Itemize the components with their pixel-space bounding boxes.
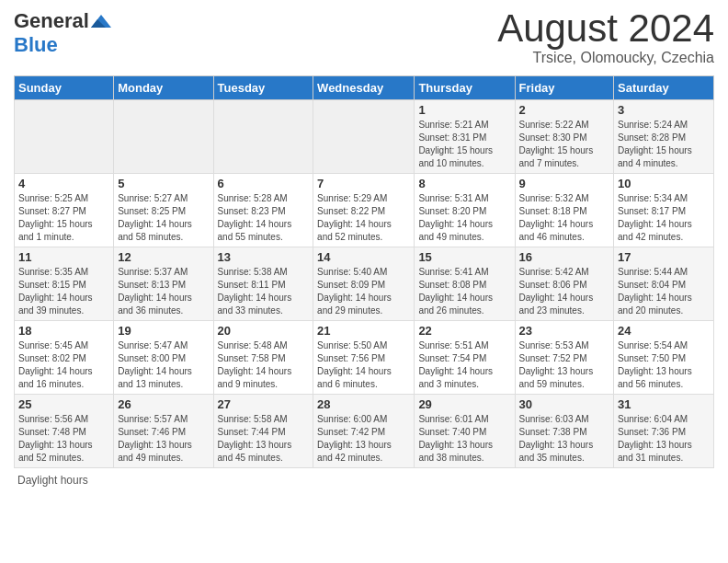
day-number: 1 [418, 103, 510, 117]
calendar-cell: 15Sunrise: 5:41 AM Sunset: 8:08 PM Dayli… [415, 247, 515, 321]
day-info: Sunrise: 5:50 AM Sunset: 7:56 PM Dayligh… [317, 339, 410, 391]
day-info: Sunrise: 5:51 AM Sunset: 7:54 PM Dayligh… [418, 339, 510, 391]
day-info: Sunrise: 5:48 AM Sunset: 7:58 PM Dayligh… [218, 339, 310, 391]
day-info: Sunrise: 5:58 AM Sunset: 7:44 PM Dayligh… [218, 413, 310, 465]
calendar-week-3: 11Sunrise: 5:35 AM Sunset: 8:15 PM Dayli… [15, 247, 714, 321]
calendar-cell [313, 100, 415, 174]
calendar-header-thursday: Thursday [415, 76, 515, 100]
calendar-cell: 11Sunrise: 5:35 AM Sunset: 8:15 PM Dayli… [15, 247, 114, 321]
calendar-cell: 29Sunrise: 6:01 AM Sunset: 7:40 PM Dayli… [415, 395, 515, 468]
calendar-cell: 9Sunrise: 5:32 AM Sunset: 8:18 PM Daylig… [515, 174, 614, 247]
day-info: Sunrise: 6:04 AM Sunset: 7:36 PM Dayligh… [618, 413, 710, 465]
day-number: 22 [418, 324, 510, 338]
location: Trsice, Olomoucky, Czechia [497, 50, 714, 66]
day-number: 30 [519, 397, 610, 411]
calendar-cell: 5Sunrise: 5:27 AM Sunset: 8:25 PM Daylig… [114, 174, 213, 247]
day-info: Sunrise: 5:57 AM Sunset: 7:46 PM Dayligh… [118, 413, 209, 465]
day-info: Sunrise: 5:38 AM Sunset: 8:11 PM Dayligh… [218, 266, 310, 317]
day-number: 27 [218, 397, 310, 411]
day-number: 15 [418, 250, 510, 264]
day-info: Sunrise: 5:42 AM Sunset: 8:06 PM Dayligh… [519, 266, 610, 317]
calendar-week-1: 1Sunrise: 5:21 AM Sunset: 8:31 PM Daylig… [15, 100, 714, 174]
calendar-week-2: 4Sunrise: 5:25 AM Sunset: 8:27 PM Daylig… [15, 174, 714, 247]
day-number: 12 [118, 250, 209, 264]
calendar-cell: 26Sunrise: 5:57 AM Sunset: 7:46 PM Dayli… [114, 395, 213, 468]
day-number: 18 [18, 324, 109, 338]
calendar-cell: 6Sunrise: 5:28 AM Sunset: 8:23 PM Daylig… [213, 174, 313, 247]
calendar-cell [15, 100, 114, 174]
calendar-cell: 24Sunrise: 5:54 AM Sunset: 7:50 PM Dayli… [614, 321, 714, 395]
calendar-cell: 16Sunrise: 5:42 AM Sunset: 8:06 PM Dayli… [515, 247, 614, 321]
calendar-cell: 21Sunrise: 5:50 AM Sunset: 7:56 PM Dayli… [313, 321, 415, 395]
calendar-header-friday: Friday [515, 76, 614, 100]
day-info: Sunrise: 5:37 AM Sunset: 8:13 PM Dayligh… [118, 266, 209, 317]
calendar-cell [114, 100, 213, 174]
day-info: Sunrise: 5:45 AM Sunset: 8:02 PM Dayligh… [18, 339, 109, 391]
day-info: Sunrise: 5:44 AM Sunset: 8:04 PM Dayligh… [618, 266, 710, 317]
day-info: Sunrise: 5:34 AM Sunset: 8:17 PM Dayligh… [618, 192, 710, 244]
day-number: 11 [18, 250, 109, 264]
day-number: 10 [618, 177, 710, 190]
calendar-cell: 2Sunrise: 5:22 AM Sunset: 8:30 PM Daylig… [515, 100, 614, 174]
calendar-cell: 10Sunrise: 5:34 AM Sunset: 8:17 PM Dayli… [614, 174, 714, 247]
day-number: 7 [317, 177, 410, 190]
calendar-header-saturday: Saturday [614, 76, 714, 100]
calendar-cell [213, 100, 313, 174]
title-block: August 2024 Trsice, Olomoucky, Czechia [497, 9, 714, 66]
day-number: 4 [18, 177, 109, 190]
day-number: 20 [218, 324, 310, 338]
day-number: 8 [418, 177, 510, 190]
calendar-cell: 12Sunrise: 5:37 AM Sunset: 8:13 PM Dayli… [114, 247, 213, 321]
day-info: Sunrise: 5:29 AM Sunset: 8:22 PM Dayligh… [317, 192, 410, 244]
calendar-cell: 25Sunrise: 5:56 AM Sunset: 7:48 PM Dayli… [15, 395, 114, 468]
day-number: 6 [218, 177, 310, 190]
day-number: 2 [519, 103, 610, 117]
calendar-cell: 18Sunrise: 5:45 AM Sunset: 8:02 PM Dayli… [15, 321, 114, 395]
calendar-cell: 4Sunrise: 5:25 AM Sunset: 8:27 PM Daylig… [15, 174, 114, 247]
day-info: Sunrise: 5:22 AM Sunset: 8:30 PM Dayligh… [519, 119, 610, 170]
day-info: Sunrise: 5:25 AM Sunset: 8:27 PM Dayligh… [18, 192, 109, 244]
calendar-cell: 7Sunrise: 5:29 AM Sunset: 8:22 PM Daylig… [313, 174, 415, 247]
day-info: Sunrise: 5:31 AM Sunset: 8:20 PM Dayligh… [418, 192, 510, 244]
calendar-cell: 3Sunrise: 5:24 AM Sunset: 8:28 PM Daylig… [614, 100, 714, 174]
header: General Blue August 2024 Trsice, Olomouc… [14, 9, 714, 66]
day-info: Sunrise: 6:01 AM Sunset: 7:40 PM Dayligh… [418, 413, 510, 465]
calendar-cell: 8Sunrise: 5:31 AM Sunset: 8:20 PM Daylig… [415, 174, 515, 247]
day-info: Sunrise: 5:41 AM Sunset: 8:08 PM Dayligh… [418, 266, 510, 317]
day-number: 29 [418, 397, 510, 411]
calendar-cell: 27Sunrise: 5:58 AM Sunset: 7:44 PM Dayli… [213, 395, 313, 468]
day-number: 26 [118, 397, 209, 411]
calendar-table: SundayMondayTuesdayWednesdayThursdayFrid… [14, 75, 714, 468]
day-number: 16 [519, 250, 610, 264]
day-info: Sunrise: 6:00 AM Sunset: 7:42 PM Dayligh… [317, 413, 410, 465]
day-info: Sunrise: 5:28 AM Sunset: 8:23 PM Dayligh… [218, 192, 310, 244]
calendar-week-4: 18Sunrise: 5:45 AM Sunset: 8:02 PM Dayli… [15, 321, 714, 395]
logo-blue: Blue [14, 33, 58, 56]
day-number: 14 [317, 250, 410, 264]
calendar-cell: 20Sunrise: 5:48 AM Sunset: 7:58 PM Dayli… [213, 321, 313, 395]
calendar-header-wednesday: Wednesday [313, 76, 415, 100]
logo: General Blue [14, 9, 113, 57]
month-year: August 2024 [497, 9, 714, 48]
calendar-cell: 17Sunrise: 5:44 AM Sunset: 8:04 PM Dayli… [614, 247, 714, 321]
day-info: Sunrise: 5:35 AM Sunset: 8:15 PM Dayligh… [18, 266, 109, 317]
footer: Daylight hours [14, 474, 714, 487]
day-info: Sunrise: 5:32 AM Sunset: 8:18 PM Dayligh… [519, 192, 610, 244]
calendar-header-tuesday: Tuesday [213, 76, 313, 100]
day-info: Sunrise: 5:56 AM Sunset: 7:48 PM Dayligh… [18, 413, 109, 465]
page: General Blue August 2024 Trsice, Olomouc… [0, 0, 728, 496]
day-number: 5 [118, 177, 209, 190]
calendar-cell: 19Sunrise: 5:47 AM Sunset: 8:00 PM Dayli… [114, 321, 213, 395]
calendar-cell: 30Sunrise: 6:03 AM Sunset: 7:38 PM Dayli… [515, 395, 614, 468]
day-number: 23 [519, 324, 610, 338]
day-number: 13 [218, 250, 310, 264]
day-number: 3 [618, 103, 710, 117]
calendar-week-5: 25Sunrise: 5:56 AM Sunset: 7:48 PM Dayli… [15, 395, 714, 468]
day-number: 28 [317, 397, 410, 411]
calendar-cell: 28Sunrise: 6:00 AM Sunset: 7:42 PM Dayli… [313, 395, 415, 468]
calendar-header-monday: Monday [114, 76, 213, 100]
day-info: Sunrise: 5:47 AM Sunset: 8:00 PM Dayligh… [118, 339, 209, 391]
day-info: Sunrise: 6:03 AM Sunset: 7:38 PM Dayligh… [519, 413, 610, 465]
day-number: 19 [118, 324, 209, 338]
calendar-cell: 13Sunrise: 5:38 AM Sunset: 8:11 PM Dayli… [213, 247, 313, 321]
